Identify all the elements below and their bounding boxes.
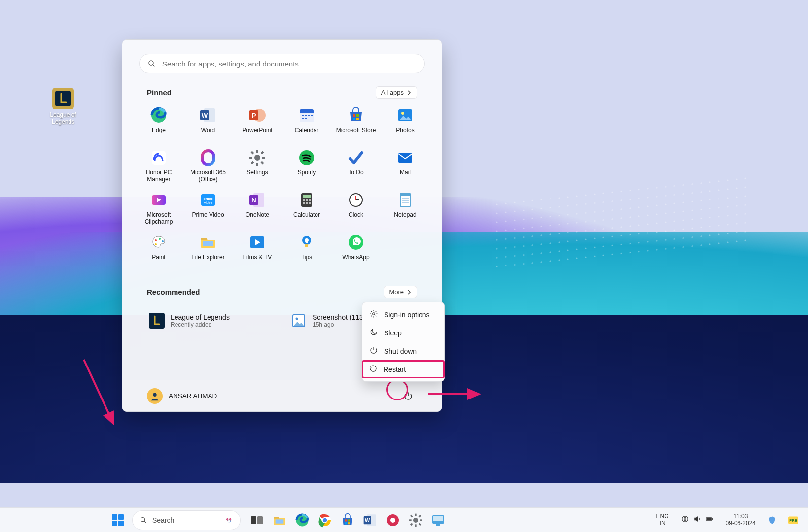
- pinned-app-todo[interactable]: To Do: [331, 147, 381, 189]
- taskbar-search-button[interactable]: Search: [132, 510, 241, 530]
- svg-point-61: [162, 240, 164, 242]
- settings-icon: [248, 149, 266, 166]
- svg-rect-49: [306, 202, 308, 204]
- power-option-label: Sleep: [384, 329, 402, 337]
- calendar-icon: [298, 106, 316, 124]
- pinned-app-explorer[interactable]: File Explorer: [183, 232, 233, 274]
- pinned-app-photos[interactable]: Photos: [381, 104, 430, 147]
- pinned-app-label: Calendar: [293, 127, 321, 134]
- svg-rect-81: [274, 517, 279, 518]
- pinned-app-spotify[interactable]: Spotify: [282, 147, 331, 189]
- taskbar-app-task-view[interactable]: [246, 510, 267, 531]
- svg-rect-88: [348, 519, 350, 521]
- taskbar-app-chrome[interactable]: [315, 510, 335, 531]
- explorer-icon: [199, 233, 217, 251]
- tray-extra-icon-2[interactable]: PRE: [784, 514, 802, 527]
- pre-badge-icon: PRE: [788, 516, 798, 525]
- pinned-app-store[interactable]: Microsoft Store: [331, 104, 381, 147]
- rec-icon: [386, 513, 400, 528]
- taskbar-app-edge[interactable]: [292, 510, 313, 531]
- pinned-app-label: WhatsApp: [340, 254, 371, 261]
- svg-point-73: [153, 393, 156, 396]
- tray-extra-icon-1[interactable]: [764, 514, 780, 527]
- pinned-app-paint[interactable]: Paint: [134, 232, 183, 274]
- svg-rect-107: [436, 524, 440, 526]
- taskbar-app-system[interactable]: [428, 510, 449, 531]
- more-label: More: [389, 288, 404, 296]
- taskbar-app-settings[interactable]: [405, 510, 426, 531]
- search-icon: [140, 516, 147, 524]
- power-option-label: Sign-in options: [384, 311, 430, 319]
- prime-icon: primevideo: [199, 191, 217, 209]
- pinned-app-tips[interactable]: Tips: [282, 232, 331, 274]
- svg-rect-20: [353, 118, 355, 120]
- desktop-shortcut-league-of-legends[interactable]: League of Legends: [44, 88, 82, 125]
- pinned-app-calendar[interactable]: Calendar: [282, 104, 331, 147]
- pinned-app-whatsapp[interactable]: WhatsApp: [331, 232, 381, 274]
- pinned-app-prime[interactable]: primevideo Prime Video: [183, 189, 233, 232]
- pinned-app-edge[interactable]: Edge: [134, 104, 183, 147]
- pinned-app-label: Edge: [150, 127, 168, 134]
- paint-icon: [150, 233, 168, 251]
- pinned-app-notepad[interactable]: Notepad: [381, 189, 430, 232]
- svg-text:N: N: [251, 197, 256, 204]
- start-search-box[interactable]: [139, 54, 425, 73]
- svg-text:prime: prime: [203, 197, 212, 201]
- pinned-app-clipchamp[interactable]: Microsoft Clipchamp: [134, 189, 183, 232]
- pinned-app-calc[interactable]: Calculator: [282, 189, 331, 232]
- pinned-app-clock[interactable]: Clock: [331, 189, 381, 232]
- svg-rect-64: [203, 241, 213, 246]
- pinned-app-onenote[interactable]: N OneNote: [233, 189, 282, 232]
- taskbar-app-file-explorer[interactable]: [269, 510, 290, 531]
- pinned-app-label: Prime Video: [190, 212, 226, 219]
- pinned-app-honorpc[interactable]: Honor PC Manager: [134, 147, 183, 189]
- recommended-heading: Recommended: [147, 288, 200, 296]
- pinned-app-m365[interactable]: Microsoft 365 (Office): [183, 147, 233, 189]
- sysinfo-icon: [431, 513, 446, 528]
- power-option-power[interactable]: Shut down: [362, 342, 444, 360]
- desktop-background: League of Legends Pinned All apps EdgeW …: [0, 0, 808, 532]
- pinned-app-films[interactable]: Films & TV: [233, 232, 282, 274]
- svg-line-101: [411, 515, 412, 517]
- lang-top: ENG: [656, 513, 669, 520]
- pinned-app-word[interactable]: W Word: [183, 104, 233, 147]
- store-icon: [347, 106, 365, 124]
- chrome-icon: [317, 513, 332, 528]
- start-search-input[interactable]: [162, 60, 417, 68]
- whatsapp-icon: [347, 233, 365, 251]
- recommended-item[interactable]: League of Legends Recently added: [147, 310, 275, 332]
- power-option-restart[interactable]: Restart: [362, 360, 445, 378]
- clock-button[interactable]: 11:0309-06-2024: [722, 511, 760, 528]
- language-indicator[interactable]: ENGIN: [652, 511, 673, 528]
- tray-chevron-button[interactable]: [640, 518, 648, 522]
- quick-settings-button[interactable]: [677, 513, 718, 527]
- word-icon: W: [363, 513, 378, 528]
- pinned-app-powerpoint[interactable]: P PowerPoint: [233, 104, 282, 147]
- svg-point-71: [296, 318, 298, 320]
- power-option-gear[interactable]: Sign-in options: [362, 305, 444, 324]
- pinned-app-settings[interactable]: Settings: [233, 147, 282, 189]
- svg-point-25: [254, 155, 260, 161]
- all-apps-button[interactable]: All apps: [376, 86, 417, 99]
- search-highlight-icon: [225, 516, 233, 524]
- lol-icon: [149, 313, 165, 329]
- pinned-app-label: Photos: [394, 127, 416, 134]
- gear-icon: [369, 309, 378, 320]
- pinned-app-label: To Do: [346, 169, 365, 176]
- start-button[interactable]: [107, 510, 128, 531]
- svg-point-74: [373, 313, 375, 315]
- taskbar-app-word[interactable]: W: [360, 510, 381, 531]
- power-button[interactable]: [399, 387, 417, 405]
- taskbar-app-screen-recorder[interactable]: [383, 510, 403, 531]
- svg-rect-14: [308, 115, 310, 116]
- svg-text:W: W: [202, 112, 208, 119]
- user-account-button[interactable]: ANSAR AHMAD: [147, 388, 217, 404]
- power-option-moon[interactable]: Sleep: [362, 324, 444, 342]
- pinned-app-mail[interactable]: Mail: [381, 147, 430, 189]
- pinned-app-label: OneNote: [244, 212, 271, 219]
- powerpoint-icon: P: [248, 106, 266, 124]
- more-button[interactable]: More: [384, 286, 417, 298]
- pinned-app-label: Notepad: [392, 212, 418, 219]
- taskbar-app-microsoft-store[interactable]: [337, 510, 358, 531]
- svg-rect-90: [348, 522, 350, 524]
